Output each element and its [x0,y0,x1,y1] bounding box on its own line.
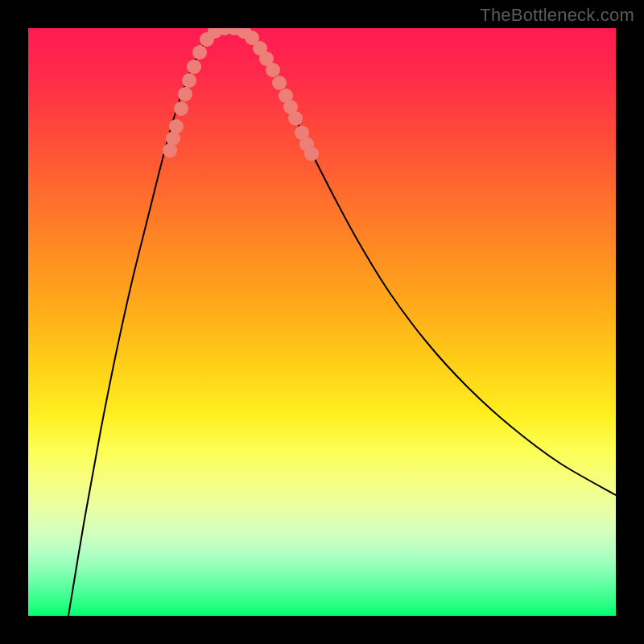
plot-area [28,28,616,616]
data-marker [272,76,287,90]
data-marker [178,87,192,101]
data-marker [304,147,319,161]
watermark-text: TheBottleneck.com [480,5,634,26]
data-marker [187,60,201,74]
data-marker [192,45,207,60]
bottleneck-curve [68,28,616,616]
data-marker [174,101,188,116]
data-marker [182,73,196,88]
chart-frame: TheBottleneck.com [0,0,644,644]
data-marker [169,119,184,134]
curve-layer [28,28,616,616]
data-marker [288,111,303,126]
data-marker [266,63,280,77]
marker-group [163,28,319,161]
